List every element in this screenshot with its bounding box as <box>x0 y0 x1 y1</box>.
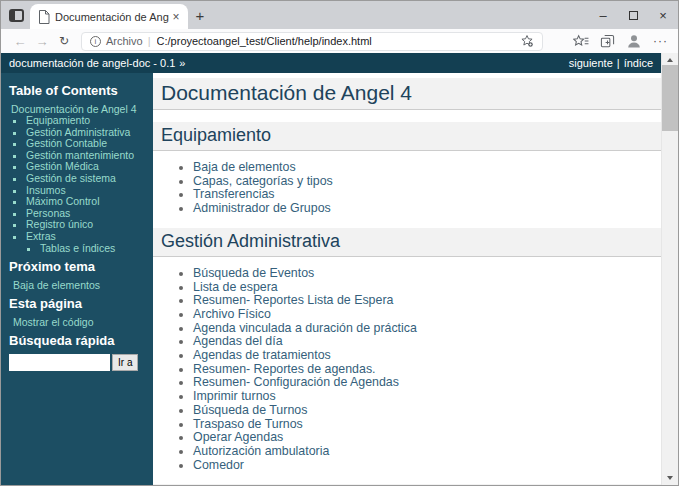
relation-bar: documentación de angel-doc - 0.1» siguie… <box>1 53 661 73</box>
section-heading: Gestión Administrativa <box>153 228 661 257</box>
tab-close-icon[interactable]: × <box>169 10 183 24</box>
next-topic-link[interactable]: Baja de elementos <box>13 279 147 291</box>
tab-title: Documentación de Angel 4 — d… <box>55 11 169 23</box>
info-icon[interactable]: i <box>90 36 101 47</box>
vertical-scrollbar[interactable] <box>661 53 678 485</box>
content-link[interactable]: Resumen- Reportes Lista de Espera <box>193 293 393 307</box>
list-item: Resumen- Configuración de Agendas <box>193 376 661 390</box>
content-link[interactable]: Traspaso de Turnos <box>193 417 303 431</box>
toc-sublist: Tablas e índices <box>26 243 147 255</box>
new-tab-button[interactable]: + <box>188 7 212 24</box>
content-link[interactable]: Agendas de tratamientos <box>193 348 331 362</box>
content-link[interactable]: Comedor <box>193 458 244 472</box>
scroll-up-icon[interactable] <box>667 58 673 62</box>
favorites-icon[interactable] <box>573 34 589 48</box>
toc-link[interactable]: Máximo Control <box>26 195 100 207</box>
profile-avatar-icon[interactable] <box>626 33 642 49</box>
content-link[interactable]: Búsqueda de Turnos <box>193 403 307 417</box>
list-item: Autorización ambulatoria <box>193 445 661 459</box>
add-favorite-icon[interactable] <box>520 34 534 48</box>
toc-link[interactable]: Gestión Administrativa <box>26 126 130 138</box>
content-link[interactable]: Agendas del día <box>193 334 283 348</box>
list-item: Agendas de tratamientos <box>193 349 661 363</box>
toc-link[interactable]: Registro único <box>26 218 93 230</box>
list-item: Imprimir turnos <box>193 390 661 404</box>
page-body: Table of Contents Documentación de Angel… <box>1 73 661 485</box>
main-content: Documentación de Angel 4 Equipamiento Ba… <box>153 73 661 485</box>
breadcrumb-link[interactable]: documentación de angel-doc - 0.1 <box>9 57 175 69</box>
quick-search-form: Ir a <box>9 354 147 371</box>
relbar-divider: | <box>617 57 620 69</box>
breadcrumb: documentación de angel-doc - 0.1» <box>9 57 185 69</box>
toc-sublink[interactable]: Tablas e índices <box>40 242 115 254</box>
toc-subitem: Tablas e índices <box>40 243 147 255</box>
list-item: Agenda vinculada a duración de práctica <box>193 322 661 336</box>
maximize-icon <box>629 11 638 20</box>
toc-link[interactable]: Personas <box>26 207 70 219</box>
scroll-down-icon[interactable] <box>667 476 673 480</box>
content-link[interactable]: Búsqueda de Eventos <box>193 266 314 280</box>
search-input[interactable] <box>9 354 110 371</box>
this-page-heading: Esta página <box>9 296 147 311</box>
content-link[interactable]: Transferencias <box>193 187 275 201</box>
content-link[interactable]: Resumen- Reportes de agendas. <box>193 362 376 376</box>
forward-button[interactable]: → <box>31 34 53 49</box>
content-link[interactable]: Administrador de Grupos <box>193 201 331 215</box>
minimize-button[interactable]: – <box>588 1 618 29</box>
content-link[interactable]: Archivo Físico <box>193 307 271 321</box>
content-link[interactable]: Autorización ambulatoria <box>193 444 329 458</box>
toc-link[interactable]: Gestión de sistema <box>26 172 116 184</box>
title-bar: Documentación de Angel 4 — d… × + – × <box>1 1 678 29</box>
content-link[interactable]: Imprimir turnos <box>193 389 276 403</box>
toc-link[interactable]: Equipamiento <box>26 114 90 126</box>
browser-tab[interactable]: Documentación de Angel 4 — d… × <box>30 4 188 29</box>
toc-heading: Table of Contents <box>9 83 147 98</box>
section-heading: Gestión Contable <box>153 484 661 485</box>
next-link[interactable]: siguiente <box>569 57 613 69</box>
show-source-link[interactable]: Mostrar el código <box>13 316 147 328</box>
toc-link[interactable]: Extras <box>26 230 56 242</box>
settings-more-icon[interactable]: ··· <box>653 34 668 48</box>
section-heading: Equipamiento <box>153 122 661 151</box>
page-icon <box>38 10 50 24</box>
section-link-list: Búsqueda de Eventos Lista de espera Resu… <box>153 267 661 473</box>
collections-icon[interactable] <box>600 34 615 49</box>
maximize-button[interactable] <box>618 1 648 29</box>
list-item: Capas, categorías y tipos <box>193 175 661 189</box>
tab-actions-icon[interactable] <box>9 9 24 22</box>
search-go-button[interactable]: Ir a <box>112 354 138 371</box>
toc-link[interactable]: Gestión mantenimiento <box>26 149 134 161</box>
list-item: Búsqueda de Eventos <box>193 267 661 281</box>
list-item: Resumen- Reportes Lista de Espera <box>193 294 661 308</box>
list-item: Búsqueda de Turnos <box>193 404 661 418</box>
toc-list: Equipamiento Gestión Administrativa Gest… <box>9 115 147 254</box>
relbar-links: siguiente|índice <box>569 57 653 69</box>
url-text[interactable]: C:/proyectoangel_test/Client/help/index.… <box>157 35 372 47</box>
content-link[interactable]: Operar Agendas <box>193 430 283 444</box>
page-area: documentación de angel-doc - 0.1» siguie… <box>1 53 678 485</box>
address-bar[interactable]: i Archivo | C:/proyectoangel_test/Client… <box>81 32 543 51</box>
list-item: Traspaso de Turnos <box>193 418 661 432</box>
list-item: Transferencias <box>193 188 661 202</box>
toc-link[interactable]: Insumos <box>26 184 66 196</box>
content-link[interactable]: Resumen- Configuración de Agendas <box>193 375 399 389</box>
list-item: Lista de espera <box>193 281 661 295</box>
index-link[interactable]: índice <box>624 57 653 69</box>
breadcrumb-separator: » <box>179 57 185 69</box>
back-button[interactable]: ← <box>9 34 31 49</box>
refresh-button[interactable]: ↻ <box>53 34 75 48</box>
toc-item: Extras Tablas e índices <box>26 231 147 254</box>
toc-link[interactable]: Gestión Médica <box>26 160 99 172</box>
scrollbar-thumb[interactable] <box>662 65 678 131</box>
content-link[interactable]: Lista de espera <box>193 280 278 294</box>
content-link[interactable]: Agenda vinculada a duración de práctica <box>193 321 417 335</box>
close-button[interactable]: × <box>648 1 678 29</box>
content-link[interactable]: Capas, categorías y tipos <box>193 174 333 188</box>
list-item: Archivo Físico <box>193 308 661 322</box>
content-link[interactable]: Baja de elementos <box>193 160 296 174</box>
browser-window: Documentación de Angel 4 — d… × + – × ← … <box>0 0 679 486</box>
next-topic-heading: Próximo tema <box>9 259 147 274</box>
toc-link[interactable]: Gestión Contable <box>26 137 107 149</box>
toolbar-icons: ··· <box>573 33 670 49</box>
list-item: Comedor <box>193 459 661 473</box>
